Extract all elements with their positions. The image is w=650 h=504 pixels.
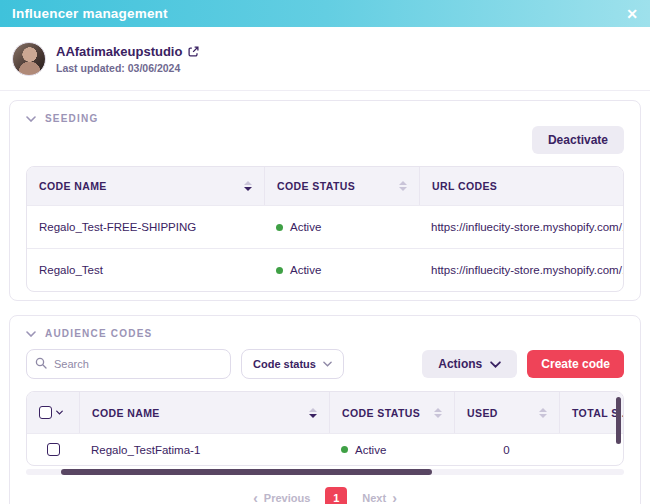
influencer-name: AAfatimakeupstudio [56, 44, 182, 59]
audience-codes-section: AUDIENCE CODES Code status Actions Creat… [9, 315, 641, 504]
code-status-filter[interactable]: Code status [241, 349, 344, 379]
table-row[interactable]: Regalo_TestFatima-1 Active 0 [27, 433, 623, 465]
profile-text: AAfatimakeupstudio Last updated: 03/06/2… [56, 44, 199, 74]
chevron-down-icon [26, 116, 36, 122]
chevron-left-icon: ‹ [253, 491, 258, 504]
column-header-total-sales[interactable]: TOTAL S... [559, 392, 623, 433]
chevron-down-icon [26, 331, 36, 337]
vertical-scrollbar[interactable] [616, 397, 621, 444]
search-input[interactable] [26, 349, 231, 379]
search-field-wrap [26, 349, 231, 379]
seeding-section-label: SEEDING [45, 113, 98, 124]
sort-icon[interactable] [391, 181, 407, 191]
code-status-cell: Active [264, 206, 419, 248]
code-name-cell: Regalo_Test-FREE-SHIPPING [27, 206, 264, 248]
column-header-code-name[interactable]: CODE NAME [79, 392, 329, 433]
influencer-profile: AAfatimakeupstudio Last updated: 03/06/2… [0, 27, 650, 91]
url-code-cell[interactable]: https://influecity-store.myshopify.com/.… [419, 206, 623, 248]
audience-table: CODE NAME CODE STATUS USED TOTAL S... Re… [26, 391, 624, 466]
seeding-table-header: CODE NAME CODE STATUS URL CODES [27, 167, 623, 205]
modal-header: Influencer management ✕ [0, 0, 650, 27]
row-checkbox[interactable] [47, 443, 60, 456]
select-all-checkbox[interactable] [39, 406, 52, 419]
search-icon [35, 357, 47, 369]
chevron-down-icon [323, 361, 332, 367]
horizontal-scrollbar-track[interactable] [26, 469, 624, 475]
code-status-cell: Active [329, 435, 454, 465]
code-name-cell: Regalo_TestFatima-1 [79, 435, 329, 465]
last-updated: Last updated: 03/06/2024 [56, 62, 199, 74]
column-header-used[interactable]: USED [454, 392, 559, 433]
deactivate-button[interactable]: Deactivate [532, 126, 624, 154]
modal-title: Influencer management [12, 6, 168, 21]
column-header-url-codes: URL CODES [419, 167, 623, 205]
sort-icon[interactable] [236, 181, 252, 191]
horizontal-scrollbar-thumb[interactable] [61, 469, 432, 475]
column-header-code-name[interactable]: CODE NAME [27, 167, 264, 205]
audience-section-label: AUDIENCE CODES [45, 328, 152, 339]
select-all-header[interactable] [27, 392, 79, 433]
next-page-button[interactable]: Next › [362, 491, 397, 504]
external-link-icon[interactable] [188, 46, 199, 57]
column-header-code-status[interactable]: CODE STATUS [329, 392, 454, 433]
code-name-cell: Regalo_Test [27, 249, 264, 291]
seeding-section-header[interactable]: SEEDING [26, 113, 624, 124]
url-code-cell[interactable]: https://influecity-store.myshopify.com/.… [419, 249, 623, 291]
sort-icon[interactable] [301, 408, 317, 418]
seeding-section: SEEDING Deactivate CODE NAME CODE STATUS… [9, 100, 641, 301]
pagination: ‹ Previous 1 Next › [26, 487, 624, 504]
audience-table-header: CODE NAME CODE STATUS USED TOTAL S... [27, 392, 623, 433]
active-status-dot [276, 267, 283, 274]
chevron-down-icon [56, 410, 63, 415]
current-page-button[interactable]: 1 [325, 487, 347, 504]
avatar [12, 42, 46, 76]
row-checkbox-cell [27, 434, 79, 465]
sort-icon[interactable] [531, 408, 547, 418]
total-sales-cell [559, 441, 623, 459]
active-status-dot [276, 224, 283, 231]
create-code-button[interactable]: Create code [527, 350, 624, 378]
previous-page-button[interactable]: ‹ Previous [253, 491, 310, 504]
code-status-cell: Active [264, 249, 419, 291]
chevron-right-icon: › [392, 491, 397, 504]
audience-section-header[interactable]: AUDIENCE CODES [26, 328, 624, 339]
chevron-down-icon [490, 361, 501, 368]
column-header-code-status[interactable]: CODE STATUS [264, 167, 419, 205]
close-icon[interactable]: ✕ [626, 7, 638, 21]
active-status-dot [341, 446, 348, 453]
table-row[interactable]: Regalo_Test-FREE-SHIPPING Active https:/… [27, 205, 623, 248]
sort-icon[interactable] [426, 408, 442, 418]
actions-button[interactable]: Actions [422, 350, 517, 378]
seeding-table: CODE NAME CODE STATUS URL CODES Regalo_T… [26, 166, 624, 292]
table-row[interactable]: Regalo_Test Active https://influecity-st… [27, 248, 623, 291]
used-cell: 0 [454, 435, 559, 465]
